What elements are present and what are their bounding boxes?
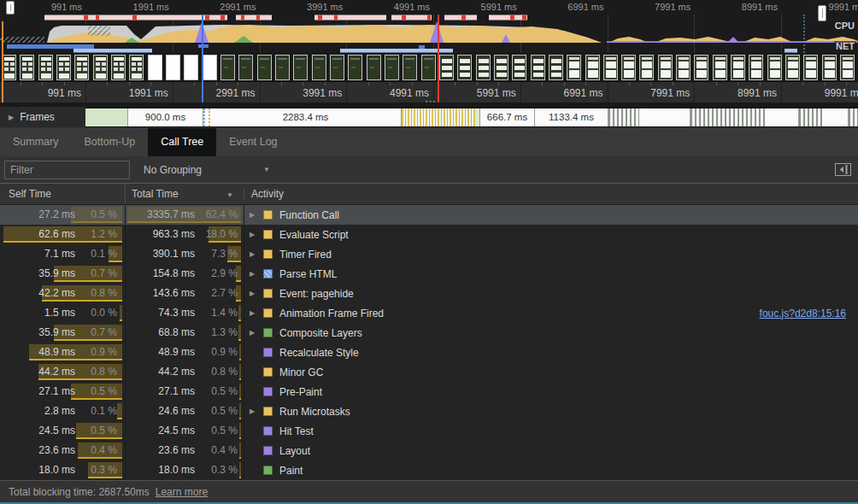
filmstrip-thumbnail[interactable]: [293, 55, 308, 80]
learn-more-link[interactable]: Learn more: [156, 486, 208, 498]
filmstrip-thumbnail[interactable]: [512, 55, 526, 80]
filmstrip-thumbnail[interactable]: [840, 55, 855, 80]
column-header-total-time[interactable]: Total Time ▼: [125, 184, 244, 204]
expand-arrow-icon[interactable]: ▶: [250, 211, 257, 219]
tab-event-log[interactable]: Event Log: [216, 128, 290, 156]
expand-arrow-icon[interactable]: ▶: [250, 329, 257, 337]
filmstrip-thumbnail[interactable]: [439, 55, 454, 80]
filmstrip-thumbnail[interactable]: [694, 55, 708, 80]
filmstrip-thumbnail[interactable]: [184, 55, 198, 80]
frame-segment[interactable]: [849, 108, 858, 126]
frame-segment[interactable]: [85, 108, 128, 126]
table-row[interactable]: 35.9 ms0.7 %68.8 ms1.3 %▶Composite Layer…: [0, 323, 858, 343]
show-heaviest-stack-button[interactable]: [835, 163, 851, 176]
frames-expand-icon[interactable]: ▶: [9, 114, 14, 121]
filmstrip-thumbnail[interactable]: [585, 55, 600, 80]
overview-left-drag-handle[interactable]: [6, 1, 15, 15]
filmstrip-thumbnail[interactable]: [494, 55, 508, 80]
table-row[interactable]: 42.2 ms0.8 %143.6 ms2.7 %▶Event: pagehid…: [0, 284, 858, 303]
table-row[interactable]: 7.1 ms0.1 %390.1 ms7.3 %▶Timer Fired: [0, 244, 858, 264]
expand-arrow-icon[interactable]: ▶: [250, 309, 257, 317]
drag-handle-icon[interactable]: ⋯: [425, 95, 437, 108]
frame-segment[interactable]: [639, 108, 691, 126]
filmstrip-thumbnail[interactable]: [330, 55, 344, 80]
filmstrip-thumbnail[interactable]: [385, 55, 399, 80]
filmstrip-thumbnail[interactable]: [220, 55, 235, 80]
filmstrip-thumbnail[interactable]: [658, 55, 673, 80]
frame-segment[interactable]: [691, 108, 765, 126]
expand-arrow-icon[interactable]: ▶: [250, 270, 257, 278]
panel-resize-strip[interactable]: ⋯: [0, 103, 858, 107]
timeline-overview[interactable]: CPU NET 991 ms1991 ms2991 ms3991 ms4991 …: [0, 0, 858, 53]
table-row[interactable]: 2.8 ms0.1 %24.6 ms0.5 %▶Run Microtasks: [0, 401, 858, 421]
frame-segment[interactable]: 2283.4 ms: [210, 108, 402, 126]
frame-segment[interactable]: 900.0 ms: [128, 108, 203, 126]
filmstrip-thumbnail[interactable]: [93, 55, 108, 80]
filmstrip-thumbnail[interactable]: [567, 55, 581, 80]
filmstrip-thumbnail[interactable]: [457, 55, 472, 80]
filmstrip-thumbnail[interactable]: [348, 55, 362, 80]
filmstrip-thumbnail[interactable]: [367, 55, 381, 80]
filmstrip-thumbnail[interactable]: [275, 55, 290, 80]
filmstrip-thumbnail[interactable]: [111, 55, 126, 80]
frames-track-header[interactable]: ▶ Frames: [0, 107, 85, 127]
column-header-self-time[interactable]: Self Time: [0, 188, 125, 200]
filmstrip-thumbnail[interactable]: [238, 55, 253, 80]
filmstrip-thumbnail[interactable]: [731, 55, 745, 80]
filmstrip-thumbnail[interactable]: [129, 55, 144, 80]
filmstrip-thumbnail[interactable]: [257, 55, 272, 80]
expand-arrow-icon[interactable]: ▶: [250, 407, 257, 415]
filmstrip-thumbnail[interactable]: [74, 55, 89, 80]
filmstrip-thumbnail[interactable]: [421, 55, 436, 80]
frame-segment[interactable]: 1133.4 ms: [535, 108, 608, 126]
filmstrip-thumbnail[interactable]: [2, 55, 16, 80]
filmstrip-thumbnail[interactable]: [166, 55, 180, 80]
table-row[interactable]: 44.2 ms0.8 %44.2 ms0.8 %Minor GC: [0, 362, 858, 382]
table-row[interactable]: 24.5 ms0.5 %24.5 ms0.5 %Hit Test: [0, 421, 858, 441]
frame-segment[interactable]: [799, 108, 822, 126]
frame-segment[interactable]: [402, 108, 475, 126]
table-row[interactable]: 27.2 ms0.5 %3335.7 ms62.4 %▶Function Cal…: [0, 205, 858, 225]
frame-segment[interactable]: [203, 108, 210, 126]
table-row[interactable]: 48.9 ms0.9 %48.9 ms0.9 %Recalculate Styl…: [0, 343, 858, 362]
filmstrip-thumbnail[interactable]: [312, 55, 326, 80]
filmstrip-thumbnail[interactable]: [403, 55, 417, 80]
filmstrip-thumbnail[interactable]: [785, 55, 800, 80]
filter-input[interactable]: [4, 161, 130, 179]
table-row[interactable]: 35.9 ms0.7 %154.8 ms2.9 %▶Parse HTML: [0, 264, 858, 284]
filmstrip-thumbnail[interactable]: [38, 55, 53, 80]
filmstrip-thumbnail[interactable]: [476, 55, 491, 80]
grouping-select[interactable]: No Grouping ▼: [138, 160, 275, 180]
filmstrip-thumbnail[interactable]: [531, 55, 545, 80]
source-location-link[interactable]: fouc.js?d2d8:15:16: [760, 308, 846, 319]
column-header-activity[interactable]: Activity: [244, 188, 858, 200]
table-row[interactable]: 27.1 ms0.5 %27.1 ms0.5 %Pre-Paint: [0, 382, 858, 401]
filmstrip-thumbnail[interactable]: [621, 55, 636, 80]
filmstrip-thumbnail[interactable]: [639, 55, 654, 80]
filmstrip-thumbnail[interactable]: [822, 55, 837, 80]
table-row[interactable]: 1.5 ms0.0 %74.3 ms1.4 %▶Animation Frame …: [0, 303, 858, 323]
expand-arrow-icon[interactable]: ▶: [250, 290, 257, 297]
filmstrip-thumbnail[interactable]: [56, 55, 71, 80]
filmstrip-thumbnail[interactable]: [767, 55, 782, 80]
table-row[interactable]: 18.0 ms0.3 %18.0 ms0.3 %Paint: [0, 460, 858, 480]
expand-arrow-icon[interactable]: ▶: [250, 231, 257, 238]
filmstrip-thumbnail[interactable]: [803, 55, 818, 80]
filmstrip-thumbnail[interactable]: [603, 55, 618, 80]
filmstrip-thumbnail[interactable]: [549, 55, 563, 80]
filmstrip-thumbnail[interactable]: [148, 55, 162, 80]
frame-segment[interactable]: [822, 108, 849, 126]
filmstrip-thumbnail[interactable]: [676, 55, 691, 80]
frame-segment[interactable]: [608, 108, 639, 126]
table-row[interactable]: 62.6 ms1.2 %963.3 ms18.0 %▶Evaluate Scri…: [0, 225, 858, 244]
frame-segment[interactable]: 666.7 ms: [480, 108, 535, 126]
tab-summary[interactable]: Summary: [0, 128, 71, 156]
filmstrip-thumbnail[interactable]: [20, 55, 34, 80]
expand-arrow-icon[interactable]: ▶: [250, 250, 257, 258]
table-row[interactable]: 23.6 ms0.4 %23.6 ms0.4 %Layout: [0, 441, 858, 460]
frame-segment[interactable]: [765, 108, 799, 126]
tab-bottom-up[interactable]: Bottom-Up: [71, 128, 148, 156]
filmstrip-thumbnail[interactable]: [749, 55, 763, 80]
filmstrip-thumbnail[interactable]: [713, 55, 727, 80]
overview-right-drag-handle[interactable]: [818, 5, 826, 21]
